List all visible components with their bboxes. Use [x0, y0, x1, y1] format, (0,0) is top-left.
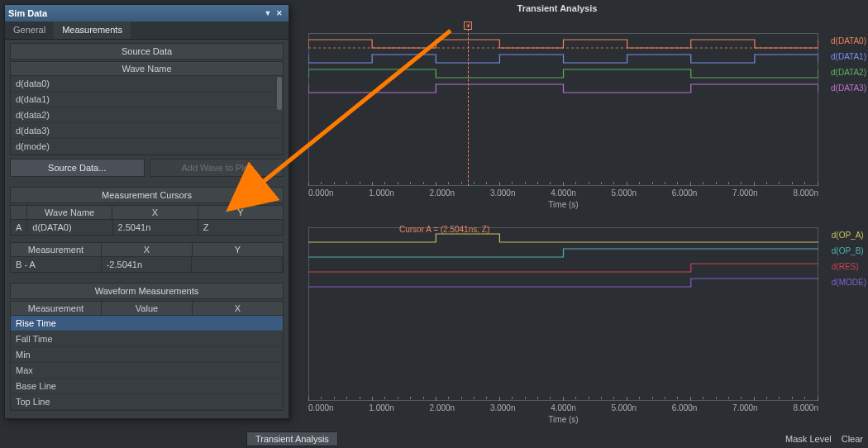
cursors-header: Measurement Cursors — [10, 187, 284, 203]
chart-xaxis: 0.000n1.000n2.000n3.000n4.000n5.000n6.00… — [308, 188, 818, 198]
list-item[interactable]: Min — [11, 347, 283, 363]
legend-item: d(DATA0) — [831, 33, 866, 49]
chart-lower[interactable]: Cursor A = (2.5041ns, Z) d(OP_A)d(OP_B)d… — [308, 227, 818, 401]
chart-xlabel: Time (s) — [308, 200, 818, 209]
legend-item: d(DATA1) — [831, 49, 866, 64]
table-row[interactable]: B - A -2.5041n — [10, 257, 284, 273]
panel-title: Sim Data — [8, 8, 262, 18]
chart-xlabel: Time (s) — [308, 415, 818, 424]
source-data-col: Wave Name — [10, 61, 284, 76]
cursor-line[interactable] — [468, 25, 469, 186]
wfm-cols: Measurement Value X — [10, 301, 284, 316]
cursors-cols: Wave Name X Y — [10, 205, 284, 220]
list-item[interactable]: d(mode) — [11, 139, 283, 155]
chart-ticks — [308, 182, 818, 186]
wfm-header: Waveform Measurements — [10, 283, 284, 299]
sim-data-panel: Sim Data ▼ ✕ General Measurements Source… — [4, 4, 289, 419]
cursors-table[interactable]: Ad(DATA0)2.5041nZ — [10, 220, 284, 236]
chart-canvas — [308, 33, 818, 186]
cursor-diff-table[interactable]: B - A -2.5041n — [10, 257, 284, 273]
wfm-section: Waveform Measurements Measurement Value … — [5, 279, 289, 417]
cursor-diff-cols: Measurement X Y — [10, 242, 284, 257]
source-data-section: Source Data Wave Name d(data0)d(data1)d(… — [5, 40, 289, 183]
panel-titlebar[interactable]: Sim Data ▼ ✕ — [5, 5, 289, 21]
chart-legend: d(OP_A)d(OP_B)d(RES)d(MODE) — [832, 227, 866, 290]
list-item[interactable]: d(data2) — [11, 107, 283, 123]
chart-xaxis: 0.000n1.000n2.000n3.000n4.000n5.000n6.00… — [308, 403, 818, 412]
legend-item: d(DATA3) — [831, 80, 866, 96]
source-data-list[interactable]: d(data0)d(data1)d(data2)d(data3)d(mode) — [10, 76, 284, 155]
plot-area: Transient Analysis d d(DATA0)d(DATA1)d(D… — [246, 0, 868, 448]
legend-item: d(DATA2) — [831, 64, 866, 80]
list-item[interactable]: d(data3) — [11, 123, 283, 139]
scrollbar[interactable] — [277, 77, 282, 110]
chart-legend: d(DATA0)d(DATA1)d(DATA2)d(DATA3) — [831, 33, 866, 96]
panel-dropdown-icon[interactable]: ▼ — [262, 7, 274, 19]
tab-general[interactable]: General — [5, 21, 54, 39]
bottom-tab-transient[interactable]: Transient Analysis — [246, 431, 338, 446]
legend-item: d(OP_A) — [832, 227, 866, 243]
clear-button[interactable]: Clear — [837, 432, 868, 446]
legend-item: d(OP_B) — [832, 243, 866, 259]
legend-item: d(RES) — [832, 259, 866, 274]
wfm-list[interactable]: Rise TimeFall TimeMinMaxBase LineTop Lin… — [10, 316, 284, 411]
panel-tabs: General Measurements — [5, 21, 289, 40]
tab-measurements[interactable]: Measurements — [54, 21, 131, 39]
plot-title: Transient Analysis — [246, 0, 868, 17]
chart-canvas — [308, 227, 818, 401]
list-item[interactable]: d(data0) — [11, 76, 283, 92]
panel-close-icon[interactable]: ✕ — [274, 7, 285, 19]
source-data-button[interactable]: Source Data... — [10, 159, 145, 177]
chart-ticks — [308, 397, 818, 401]
list-item[interactable]: Rise Time — [11, 316, 283, 331]
list-item[interactable]: Max — [11, 363, 283, 379]
list-item[interactable]: Fall Time — [11, 331, 283, 347]
list-item[interactable]: Top Line — [11, 394, 283, 410]
add-wave-button: Add Wave to Plot — [150, 159, 284, 177]
cursors-section: Measurement Cursors Wave Name X Y Ad(DAT… — [5, 183, 289, 279]
table-row[interactable]: Ad(DATA0)2.5041nZ — [10, 220, 284, 236]
cursor-marker[interactable]: d — [464, 21, 472, 30]
source-data-header: Source Data — [10, 43, 284, 60]
chart-upper[interactable]: d d(DATA0)d(DATA1)d(DATA2)d(DATA3) 0.000… — [308, 33, 818, 186]
list-item[interactable]: Base Line — [11, 379, 283, 394]
mask-level-button[interactable]: Mask Level — [780, 432, 837, 446]
legend-item: d(MODE) — [832, 274, 866, 290]
bottom-bar: Transient Analysis Mask Level Clear — [246, 431, 868, 446]
list-item[interactable]: d(data1) — [11, 92, 283, 107]
